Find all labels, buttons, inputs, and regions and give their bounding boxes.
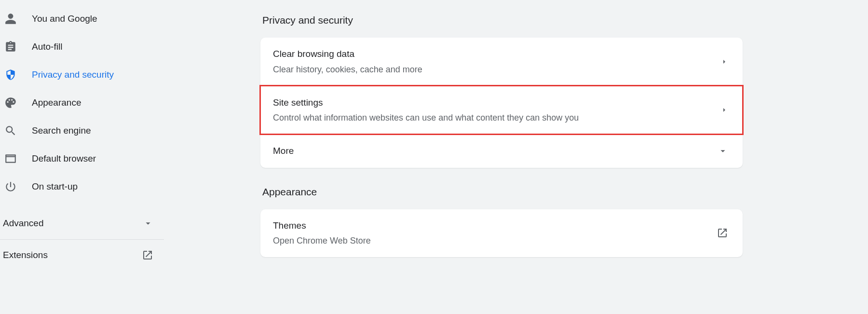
row-clear-browsing-data[interactable]: Clear browsing data Clear history, cooki… xyxy=(260,38,743,86)
sidebar-item-appearance[interactable]: Appearance xyxy=(0,89,164,117)
sidebar-item-label: Appearance xyxy=(32,97,81,108)
sidebar-item-label: Privacy and security xyxy=(32,69,114,80)
privacy-card: Clear browsing data Clear history, cooki… xyxy=(260,38,743,168)
chevron-right-icon xyxy=(720,106,728,114)
chevron-down-icon xyxy=(718,146,728,156)
open-in-new-icon xyxy=(717,227,728,239)
section-title-appearance: Appearance xyxy=(262,186,743,198)
settings-main: Privacy and security Clear browsing data… xyxy=(164,0,868,314)
row-subtitle: Open Chrome Web Store xyxy=(273,234,371,247)
sidebar-item-label: Search engine xyxy=(32,125,91,136)
sidebar-item-search-engine[interactable]: Search engine xyxy=(0,117,164,145)
chevron-down-icon xyxy=(143,218,153,229)
sidebar-item-on-start-up[interactable]: On start-up xyxy=(0,173,164,201)
sidebar-item-label: You and Google xyxy=(32,14,97,24)
chevron-right-icon xyxy=(720,58,728,66)
sidebar-item-label: Auto-fill xyxy=(32,41,62,52)
row-subtitle: Clear history, cookies, cache and more xyxy=(273,63,422,76)
sidebar-item-you-and-google[interactable]: You and Google xyxy=(0,5,164,33)
shield-icon xyxy=(4,68,17,82)
appearance-card: Themes Open Chrome Web Store xyxy=(260,209,743,258)
extensions-label: Extensions xyxy=(3,250,48,260)
browser-icon xyxy=(4,152,17,165)
sidebar-item-label: On start-up xyxy=(32,181,78,192)
sidebar-item-default-browser[interactable]: Default browser xyxy=(0,145,164,173)
person-icon xyxy=(4,12,17,26)
sidebar-item-privacy-and-security[interactable]: Privacy and security xyxy=(0,61,164,89)
row-more[interactable]: More xyxy=(260,134,743,168)
palette-icon xyxy=(4,96,17,109)
settings-sidebar: You and Google Auto-fill Privacy and sec… xyxy=(0,0,164,314)
row-title: Site settings xyxy=(273,96,579,110)
row-subtitle: Control what information websites can us… xyxy=(273,111,579,124)
search-icon xyxy=(4,124,17,137)
open-in-new-icon xyxy=(142,249,153,261)
row-title: More xyxy=(273,144,294,158)
sidebar-extensions-link[interactable]: Extensions xyxy=(0,240,164,271)
advanced-label: Advanced xyxy=(3,218,44,229)
row-themes[interactable]: Themes Open Chrome Web Store xyxy=(260,209,743,258)
row-title: Themes xyxy=(273,219,371,233)
section-title-privacy: Privacy and security xyxy=(262,14,743,26)
sidebar-item-label: Default browser xyxy=(32,153,96,164)
clipboard-icon xyxy=(4,40,17,54)
sidebar-item-auto-fill[interactable]: Auto-fill xyxy=(0,33,164,61)
sidebar-advanced-toggle[interactable]: Advanced xyxy=(0,209,164,237)
row-site-settings[interactable]: Site settings Control what information w… xyxy=(260,86,743,135)
power-icon xyxy=(4,180,17,193)
row-title: Clear browsing data xyxy=(273,47,422,61)
